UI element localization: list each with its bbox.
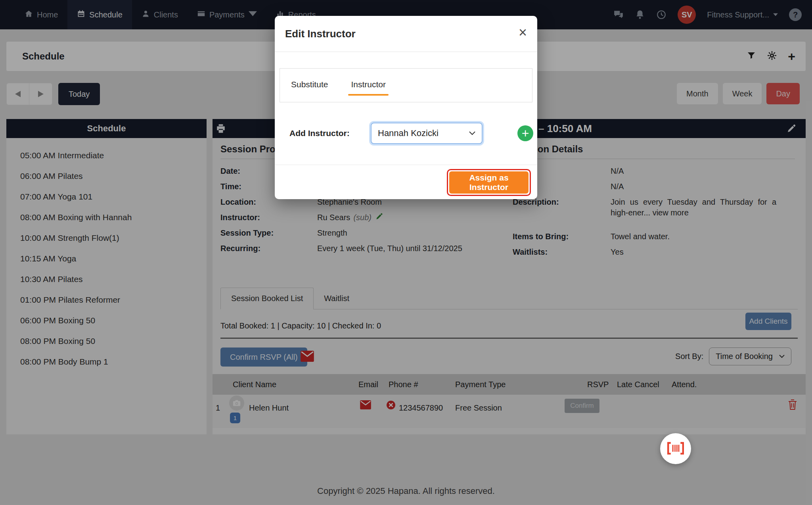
add-instructor-plus-button[interactable]: +	[517, 125, 533, 141]
barcode-icon	[667, 442, 684, 456]
assign-as-instructor-button[interactable]: Assign as Instructor	[449, 171, 529, 194]
tab-instructor[interactable]: Instructor	[351, 80, 386, 89]
tab-substitute[interactable]: Substitute	[291, 80, 328, 89]
barcode-scan-button[interactable]	[660, 433, 691, 464]
highlight-ring: Assign as Instructor	[447, 169, 531, 196]
instructor-select-value: Hannah Kozicki	[378, 128, 439, 138]
app-root: Home Schedule Clients Payments Reports	[0, 0, 812, 505]
modal-tabs: Substitute Instructor	[280, 69, 532, 89]
chevron-down-icon	[469, 131, 475, 135]
divider	[275, 165, 537, 165]
edit-instructor-modal: Edit Instructor × Substitute Instructor …	[275, 16, 537, 199]
modal-header: Edit Instructor ×	[275, 16, 537, 52]
modal-title: Edit Instructor	[285, 16, 356, 52]
close-icon[interactable]: ×	[519, 25, 527, 40]
instructor-select[interactable]: Hannah Kozicki	[371, 123, 483, 144]
modal-tab-box: Substitute Instructor	[280, 68, 532, 102]
add-instructor-label: Add Instructor:	[289, 123, 350, 144]
